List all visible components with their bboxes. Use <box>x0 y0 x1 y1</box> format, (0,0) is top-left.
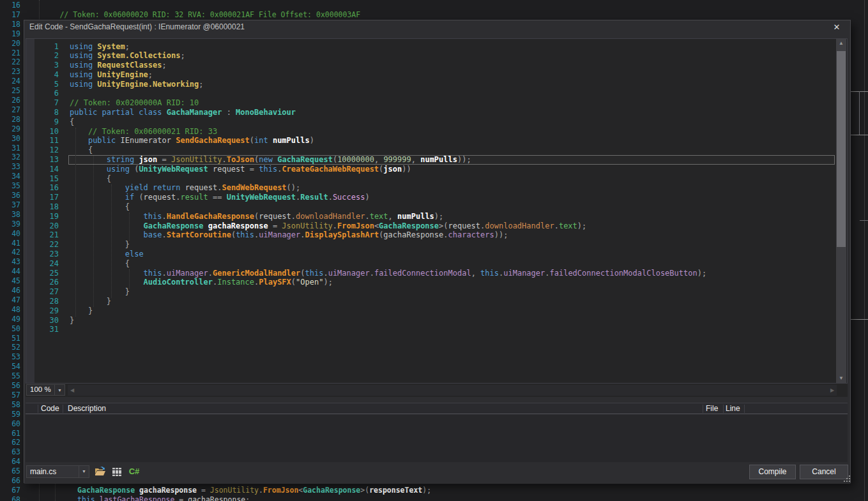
background-code-line: 40 <box>0 229 20 239</box>
dialog-code-lines: 1using System;2using System.Collections;… <box>34 42 834 335</box>
line-number: 10 <box>34 127 59 137</box>
code-line: 11 public IEnumerator SendGachaRequest(i… <box>34 136 834 146</box>
background-code-line: 33 <box>0 162 20 172</box>
line-number: 13 <box>34 155 59 165</box>
background-code-line: 29 <box>0 124 20 134</box>
background-code-line: 35 <box>0 181 20 191</box>
dialog-titlebar[interactable]: Edit Code - SendGachaRequest(int) : IEnu… <box>24 20 850 34</box>
background-code-line: 43 <box>0 257 20 267</box>
dialog-bottom-bar: main.cs ▼ C# Comp <box>24 462 850 484</box>
background-code-line: 51 <box>0 334 20 343</box>
background-code-line: 18 <box>0 20 20 29</box>
compile-button[interactable]: Compile <box>749 465 796 479</box>
code-line: 15 { <box>34 174 834 184</box>
code-line: 20 GachaResponse gachaResponse = JsonUti… <box>34 221 834 231</box>
open-folder-icon[interactable] <box>94 465 107 478</box>
background-code-line: 28 <box>0 115 20 124</box>
background-code-line: 45 <box>0 276 20 286</box>
line-number: 7 <box>34 98 59 108</box>
line-number: 19 <box>34 212 59 221</box>
zoom-level-combobox[interactable]: 100 % ▼ <box>26 384 65 396</box>
chevron-down-icon[interactable]: ▼ <box>79 466 89 477</box>
indent-guide <box>39 0 40 19</box>
line-number: 27 <box>34 287 59 297</box>
line-number: 24 <box>34 259 59 269</box>
code-line: 14 using (UnityWebRequest request = this… <box>34 165 834 174</box>
background-code-line: 17 // Token: 0x06000020 RID: 32 RVA: 0x0… <box>0 10 360 20</box>
indent-guide <box>129 213 130 241</box>
vertical-scrollbar-thumb[interactable] <box>837 51 846 247</box>
background-code-line: 16 <box>0 1 20 10</box>
line-number: 30 <box>34 316 59 325</box>
background-code-line: 48 <box>0 305 20 315</box>
glyph-margin <box>26 39 34 383</box>
line-number: 18 <box>34 202 59 212</box>
horizontal-scrollbar[interactable]: ◀ ▶ <box>68 385 837 396</box>
code-line: 9{ <box>34 117 834 127</box>
column-separator <box>63 405 63 413</box>
background-code-line: 21 <box>0 49 20 58</box>
background-code-line: 68 this.lastGachaResponse = gachaRespons… <box>0 495 250 501</box>
column-separator <box>744 405 745 413</box>
code-line: 26 AudioController.Instance.PlaySFX("Ope… <box>34 278 834 287</box>
background-code-line: 39 <box>0 220 20 229</box>
code-line: 16 yield return request.SendWebRequest()… <box>34 183 834 193</box>
panel-border-line <box>864 0 865 501</box>
background-code-line: 36 <box>0 191 20 200</box>
line-number: 5 <box>34 80 59 89</box>
background-code-line: 57 <box>0 391 20 400</box>
code-line: 27 } <box>34 287 834 297</box>
background-code-line: 61 <box>0 429 20 438</box>
file-selector-combobox[interactable]: main.cs ▼ <box>26 465 89 478</box>
column-header-code[interactable]: Code <box>41 404 59 413</box>
code-line: 19 this.HandleGachaResponse(request.down… <box>34 212 834 221</box>
background-code-line: 31 <box>0 144 20 153</box>
vertical-scrollbar[interactable]: ▲ ▼ <box>836 39 846 383</box>
line-number: 16 <box>34 183 59 193</box>
background-code-line: 59 <box>0 410 20 419</box>
background-code-line: 19 <box>0 29 20 39</box>
code-line: 3using RequestClasses; <box>34 61 834 70</box>
code-line: 30} <box>34 316 834 325</box>
scroll-up-icon[interactable]: ▲ <box>836 39 846 48</box>
background-code-line: 23 <box>0 67 20 77</box>
background-code-line: 42 <box>0 248 20 257</box>
panel-border-line <box>851 319 868 320</box>
cancel-button[interactable]: Cancel <box>800 465 848 479</box>
column-header-file[interactable]: File <box>706 404 718 413</box>
code-line: 12 { <box>34 146 834 155</box>
line-number: 15 <box>34 174 59 184</box>
code-line: 24 { <box>34 259 834 269</box>
code-line: 17 if (request.result == UnityWebRequest… <box>34 193 834 202</box>
close-icon[interactable]: ✕ <box>827 20 846 34</box>
background-code-line: 47 <box>0 295 20 305</box>
code-line: 31 <box>34 325 834 334</box>
background-code-line: 44 <box>0 267 20 276</box>
assembly-references-icon[interactable] <box>110 465 123 478</box>
background-code-line: 65 <box>0 467 20 476</box>
line-number: 29 <box>34 306 59 316</box>
code-editor[interactable]: 1using System;2using System.Collections;… <box>26 38 848 384</box>
column-header-description[interactable]: Description <box>68 404 106 413</box>
panel-border-line <box>859 91 860 135</box>
scroll-down-icon[interactable]: ▼ <box>836 374 846 383</box>
zoom-scroll-bar: 100 % ▼ ◀ ▶ <box>26 384 848 397</box>
issues-table-body[interactable] <box>26 414 848 462</box>
column-header-line[interactable]: Line <box>726 404 740 413</box>
background-code-line: 56 <box>0 381 20 391</box>
csharp-file-icon[interactable]: C# <box>128 465 141 478</box>
chevron-down-icon[interactable]: ▼ <box>54 385 65 395</box>
screen: 1617 // Token: 0x06000020 RID: 32 RVA: 0… <box>0 0 868 501</box>
code-line: 4using UnityEngine; <box>34 70 834 80</box>
code-line: 23 else <box>34 250 834 259</box>
line-number: 6 <box>34 89 59 98</box>
column-separator <box>723 405 724 413</box>
line-number: 14 <box>34 165 59 174</box>
resize-grip[interactable] <box>842 474 851 482</box>
scroll-left-icon[interactable]: ◀ <box>68 385 77 396</box>
background-code-line: 53 <box>0 352 20 362</box>
scroll-right-icon[interactable]: ▶ <box>828 385 837 396</box>
dialog-title: Edit Code - SendGachaRequest(int) : IEnu… <box>29 22 245 31</box>
line-number: 23 <box>34 250 59 259</box>
background-code-line: 66 <box>0 476 20 486</box>
